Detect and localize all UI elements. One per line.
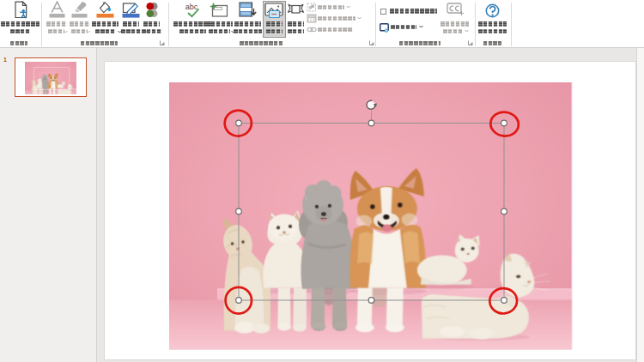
svg-text:abc: abc [185, 3, 198, 11]
